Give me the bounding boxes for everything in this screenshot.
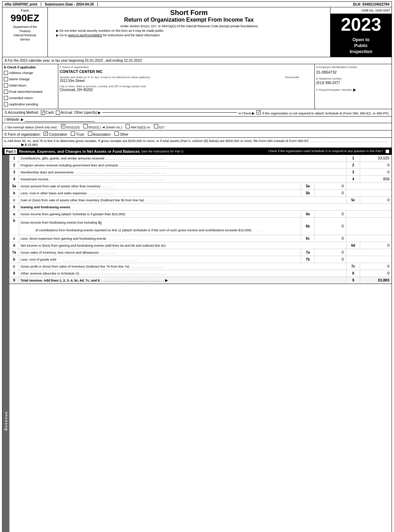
accrual-checkbox[interactable] [56, 111, 60, 115]
ln5b-desc: Less: cost or other basis and sales expe… [19, 190, 301, 196]
corp-label: Corporation [49, 133, 67, 136]
ln5b-empty1 [346, 190, 360, 196]
ln6a-num: a [9, 211, 19, 217]
501c-checkbox[interactable] [83, 124, 88, 128]
phone-value: (513) 996-0377 [316, 81, 390, 85]
app-pending-checkbox[interactable] [4, 102, 8, 106]
top-bar: efile GRAPHIC print Submission Date - 20… [2, 1, 392, 7]
ln9-num: 9 [9, 277, 19, 284]
other-label: Other (specify) ▶ [74, 111, 101, 114]
app-pending-option[interactable]: Application pending [4, 101, 57, 107]
section-a-text: A For the 2023 calendar year, or tax yea… [5, 59, 142, 62]
trust-checkbox[interactable] [71, 132, 75, 136]
schedule-o-checkbox[interactable] [385, 149, 389, 153]
cash-checkbox[interactable] [41, 111, 45, 115]
room-label: Room/suite [285, 76, 313, 79]
ln7b-e2 [360, 256, 392, 263]
ln6c-desc: Less: direct expenses from gaming and fu… [19, 235, 301, 242]
year-box: 2023 [330, 14, 392, 35]
open-public-box: Open to Public Inspection [330, 35, 392, 57]
ln7b-midval: 0 [315, 256, 346, 263]
address-value: 1512 Elm Street [60, 79, 282, 83]
ln8-desc: Other revenue (describe in Schedule O) .… [19, 270, 346, 277]
form-number: 990EZ [10, 13, 39, 24]
line-1: 1 Contributions, gifts, grants, and simi… [9, 155, 392, 162]
h-checkbox[interactable] [257, 110, 261, 114]
ln7c-num: c [9, 263, 19, 270]
ln1-desc: Contributions, gifts, grants, and simila… [19, 155, 346, 162]
row-bc: B Check if applicable: Address change Na… [2, 64, 392, 109]
city-value: Cincinnati, OH 45202 [60, 88, 313, 92]
ln1-linenum: 1 [346, 155, 360, 162]
ln5a-empty1 [346, 183, 360, 189]
ln6a-e1 [346, 211, 360, 217]
ln7a-desc: Gross sales of inventory, less returns a… [19, 249, 301, 256]
ln5c-linenum: 5c [346, 197, 360, 203]
initial-return-option[interactable]: Initial return [4, 82, 57, 89]
address-change-checkbox[interactable] [4, 71, 8, 75]
initial-return-checkbox[interactable] [4, 83, 8, 88]
line-5a: 5a Gross amount from sale of assets othe… [9, 183, 392, 190]
ln7b-e1 [346, 256, 360, 263]
ein-value: 31-0954732 [316, 70, 390, 74]
submission-date: Submission Date - 2024-04-25 [41, 2, 98, 6]
ln9-linenum: 9 [346, 277, 360, 284]
tax-note: (check only one) · [35, 126, 58, 129]
address-change-option[interactable]: Address change [4, 70, 57, 76]
notice1: ▶ Do not enter social security numbers o… [49, 29, 329, 32]
final-return-option[interactable]: Final return/terminated [4, 89, 57, 95]
ln1-num: 1 [9, 155, 19, 162]
col-c: C Name of organization CONTACT CENTER IN… [58, 64, 315, 109]
l-arrow: ▶ $ [21, 143, 28, 147]
part1-label: Part I [5, 149, 17, 154]
assoc-checkbox[interactable] [88, 132, 92, 136]
website-label: I Website: ▶ [5, 118, 24, 121]
ln3-linenum: 3 [346, 169, 360, 175]
other-form-label: Other [120, 133, 128, 136]
dln: DLN: 93492134022794 [349, 2, 389, 6]
ln5b-num: b [9, 190, 19, 196]
ln5b-midval: 0 [315, 190, 346, 196]
amended-return-option[interactable]: Amended return [4, 95, 57, 101]
final-return-checkbox[interactable] [4, 90, 8, 94]
tax-label: J Tax-exempt status [5, 125, 34, 129]
part1-header: Part I Revenue, Expenses, and Changes in… [2, 148, 392, 155]
ln6c-midval: 0 [315, 235, 346, 242]
corp-checkbox[interactable] [44, 132, 48, 136]
name-change-checkbox[interactable] [4, 77, 8, 81]
ln5a-mid: 5a [301, 183, 315, 189]
notice2: ▶ Go to www.irs.gov/Form990EZ for instru… [49, 33, 329, 37]
ln4-desc: Investment income . . . . . . . . . . . … [19, 176, 346, 182]
assoc-label: Association [93, 133, 111, 136]
line-6: 6 Gaming and fundraising events [9, 204, 392, 211]
revenue-rows: 1 Contributions, gifts, grants, and simi… [9, 155, 392, 532]
other-checkbox[interactable] [114, 132, 119, 136]
ln6c-e1 [346, 235, 360, 242]
ln5b-mid: 5b [301, 190, 315, 196]
acct-label: G Accounting Method: [5, 111, 39, 114]
return-title: Return of Organization Exempt From Incom… [49, 17, 329, 23]
l-label: L [5, 139, 7, 143]
line-5c: c Gain or (loss) from sale of assets oth… [9, 197, 392, 204]
527-checkbox[interactable] [154, 124, 158, 128]
schedule-o-check: Check if the organization used Schedule … [268, 149, 389, 153]
line-6b: b Gross income from fundraising events (… [9, 218, 392, 235]
efile-label: efile GRAPHIC print [5, 2, 41, 6]
center-header: Short Form Return of Organization Exempt… [48, 7, 330, 57]
ln6a-mid: 6a [301, 211, 315, 217]
ln6a-desc: Gross income from gaming (attach Schedul… [19, 211, 301, 217]
4947-checkbox[interactable] [126, 124, 130, 128]
form-body: B Check if applicable: Address change Na… [2, 64, 392, 532]
501c3-checkbox[interactable] [61, 124, 65, 128]
main-header: Form 990EZ Department of the Treasury In… [2, 7, 392, 57]
amended-return-checkbox[interactable] [4, 96, 8, 100]
group-label2: Number [342, 88, 351, 91]
form-org-row: K Form of organization: Corporation Trus… [2, 130, 392, 138]
ln6b-mid: 6b [301, 218, 315, 235]
omb-box: OMB No. 1545-0047 [330, 7, 392, 14]
name-change-option[interactable]: Name change [4, 76, 57, 82]
ln6d-desc: Net income or (loss) from gaming and fun… [19, 242, 346, 249]
ln6b-desc: Gross income from fundraising events (no… [19, 218, 301, 235]
name-change-label: Name change [9, 76, 30, 82]
ln5a-midval: 0 [315, 183, 346, 189]
